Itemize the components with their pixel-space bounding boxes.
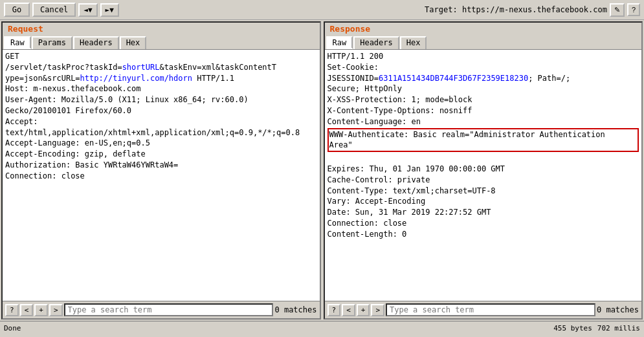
resp-add-btn[interactable]: + (357, 304, 370, 316)
tab-params-request[interactable]: Params (32, 36, 72, 49)
main-area: Request Raw Params Headers Hex GET /serv… (0, 20, 644, 321)
response-search-input[interactable] (386, 303, 595, 316)
response-tabs: Raw Headers Hex (325, 35, 642, 50)
request-panel: Request Raw Params Headers Hex GET /serv… (1, 21, 321, 320)
request-search-bar: ? < + > 0 matches (3, 301, 320, 318)
request-content-wrapper: GET /servlet/taskProc?taskId=shortURL&ta… (3, 50, 320, 301)
edit-target-button[interactable]: ✎ (610, 3, 625, 17)
cancel-button[interactable]: Cancel (32, 3, 76, 17)
req-prev-btn[interactable]: < (20, 304, 34, 316)
go-button[interactable]: Go (4, 3, 30, 17)
resp-help-btn[interactable]: ? (328, 304, 341, 316)
resp-wwwauthenticate-highlight: WWW-Authenticate: Basic realm="Administr… (328, 128, 639, 153)
req-help-btn[interactable]: ? (5, 304, 19, 316)
request-matches: 0 matches (274, 305, 316, 314)
response-content: HTTP/1.1 200 Set-Cookie: JSESSIONID=6311… (325, 50, 642, 301)
statusbar: Done 455 bytes 702 millis (0, 321, 644, 335)
tab-headers-response[interactable]: Headers (353, 36, 399, 49)
status-millis: 702 millis (597, 324, 640, 332)
request-tabs: Raw Params Headers Hex (3, 35, 320, 50)
toolbar: Go Cancel ◄▼ ►▼ Target: https://m-nexus.… (0, 0, 644, 20)
help-button[interactable]: ? (627, 3, 640, 16)
target-label: Target: https://m-nexus.thefacebook.com (425, 5, 607, 14)
resp-next-btn[interactable]: > (371, 304, 384, 316)
tab-hex-response[interactable]: Hex (400, 36, 427, 49)
response-matches: 0 matches (597, 305, 639, 314)
resp-prev-btn[interactable]: < (342, 304, 355, 316)
response-content-wrapper: HTTP/1.1 200 Set-Cookie: JSESSIONID=6311… (325, 50, 642, 301)
req-line1: GET /servlet/taskProc?taskId=shortURL&ta… (5, 52, 300, 180)
target-bar: Target: https://m-nexus.thefacebook.com … (122, 3, 640, 17)
tab-headers-request[interactable]: Headers (73, 36, 119, 49)
req-tinyurl-link[interactable]: http://tinyurl.com/hdorn (80, 74, 192, 83)
req-add-btn[interactable]: + (34, 304, 48, 316)
response-panel: Response Raw Headers Hex HTTP/1.1 200 Se… (324, 21, 643, 320)
resp-pre-highlight: HTTP/1.1 200 Set-Cookie: JSESSIONID=6311… (328, 52, 571, 126)
request-title: Request (5, 23, 46, 35)
forward-button[interactable]: ►▼ (100, 3, 119, 17)
resp-jsessionid-link[interactable]: 6311A151434DB744F3D67F2359E18230 (379, 74, 528, 83)
response-title: Response (328, 23, 373, 35)
resp-post-highlight: Expires: Thu, 01 Jan 1970 00:00:00 GMT C… (328, 164, 505, 239)
req-next-btn[interactable]: > (49, 304, 63, 316)
response-search-bar: ? < + > 0 matches (325, 301, 642, 318)
status-bytes: 455 bytes (553, 324, 592, 332)
tab-hex-request[interactable]: Hex (120, 36, 147, 49)
tab-raw-response[interactable]: Raw (326, 36, 353, 49)
req-shorturl-link[interactable]: shortURL (122, 63, 160, 72)
status-done: Done (4, 324, 548, 332)
request-content: GET /servlet/taskProc?taskId=shortURL&ta… (3, 50, 320, 301)
back-button[interactable]: ◄▼ (78, 3, 97, 17)
tab-raw-request[interactable]: Raw (4, 36, 31, 49)
request-search-input[interactable] (64, 303, 274, 316)
